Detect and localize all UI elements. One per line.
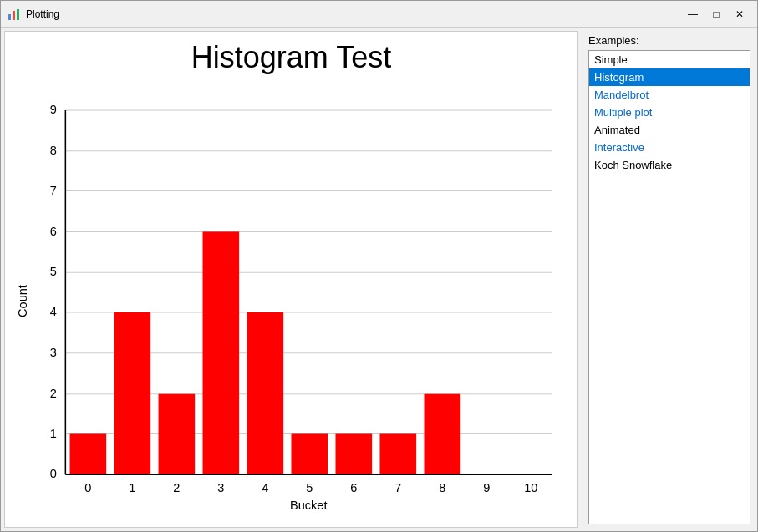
title-bar: Plotting — □ ✕ <box>1 1 757 28</box>
chart-area: Histogram Test <box>4 31 578 528</box>
bar-7 <box>379 433 416 474</box>
examples-list: Simple Histogram Mandelbrot Multiple plo… <box>588 50 750 524</box>
window-title: Plotting <box>26 8 59 20</box>
bar-5 <box>292 433 328 474</box>
svg-text:1: 1 <box>50 427 57 440</box>
window-controls: — □ ✕ <box>682 6 750 23</box>
svg-text:9: 9 <box>483 481 490 494</box>
bar-3 <box>203 231 240 474</box>
svg-text:0: 0 <box>84 481 91 494</box>
svg-rect-1 <box>13 11 15 20</box>
svg-text:3: 3 <box>217 481 224 494</box>
svg-text:6: 6 <box>50 225 57 238</box>
svg-text:7: 7 <box>50 184 57 197</box>
bar-4 <box>247 312 284 474</box>
list-item-mandelbrot[interactable]: Mandelbrot <box>589 86 750 104</box>
svg-text:8: 8 <box>439 481 445 494</box>
title-bar-left: Plotting <box>8 8 59 21</box>
list-item-koch-snowflake[interactable]: Koch Snowflake <box>589 156 750 174</box>
svg-text:4: 4 <box>262 481 268 494</box>
svg-text:9: 9 <box>50 103 57 116</box>
svg-rect-2 <box>17 9 19 20</box>
chart-title: Histogram Test <box>191 40 391 75</box>
bar-6 <box>335 433 372 474</box>
list-item-simple[interactable]: Simple <box>589 51 750 68</box>
svg-text:2: 2 <box>173 481 180 494</box>
svg-text:3: 3 <box>50 346 57 359</box>
svg-text:7: 7 <box>394 481 401 494</box>
examples-label: Examples: <box>588 34 750 47</box>
svg-text:Bucket: Bucket <box>290 499 327 512</box>
svg-text:4: 4 <box>50 305 57 318</box>
svg-text:5: 5 <box>50 265 57 278</box>
minimize-button[interactable]: — <box>682 6 704 23</box>
svg-text:6: 6 <box>350 481 357 494</box>
bar-2 <box>159 394 196 475</box>
list-item-animated[interactable]: Animated <box>589 121 750 139</box>
chart-container: 0 1 2 3 4 5 6 7 8 9 Count <box>13 84 569 519</box>
main-content: Histogram Test <box>1 28 757 531</box>
svg-text:5: 5 <box>306 481 313 494</box>
main-window: Plotting — □ ✕ Histogram Test <box>0 0 758 532</box>
list-item-histogram[interactable]: Histogram <box>589 68 750 86</box>
svg-text:1: 1 <box>129 481 135 494</box>
right-panel: Examples: Simple Histogram Mandelbrot Mu… <box>582 28 757 531</box>
list-item-interactive[interactable]: Interactive <box>589 139 750 156</box>
histogram-chart: 0 1 2 3 4 5 6 7 8 9 Count <box>13 84 569 519</box>
bar-0 <box>70 433 107 474</box>
svg-text:8: 8 <box>50 144 57 157</box>
svg-text:0: 0 <box>50 467 57 480</box>
svg-rect-0 <box>8 14 11 20</box>
bar-1 <box>114 312 151 474</box>
svg-text:2: 2 <box>50 387 57 400</box>
bar-8 <box>424 394 460 475</box>
list-item-multiple-plot[interactable]: Multiple plot <box>589 104 750 121</box>
svg-text:Count: Count <box>16 285 29 317</box>
maximize-button[interactable]: □ <box>705 6 727 23</box>
close-button[interactable]: ✕ <box>729 6 750 23</box>
svg-text:10: 10 <box>524 481 537 494</box>
app-icon <box>8 8 21 21</box>
